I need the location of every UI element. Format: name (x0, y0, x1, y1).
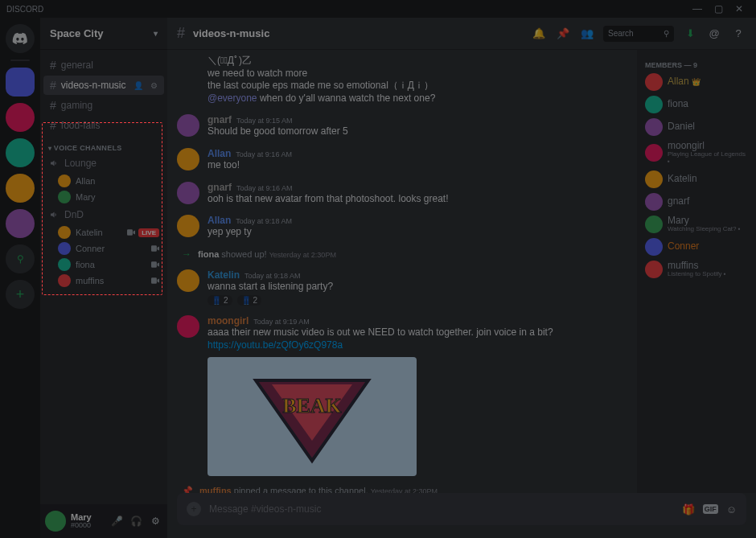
channel-label: videos-n-music (61, 80, 126, 91)
member-list-icon[interactable]: 👥 (579, 27, 595, 39)
headphones-icon[interactable]: 🎧 (129, 515, 143, 527)
channel-label: general (61, 60, 93, 71)
user-avatar[interactable] (45, 511, 66, 532)
voice-member[interactable]: fiona (43, 257, 164, 273)
voice-member[interactable]: muffins (43, 273, 164, 289)
avatar[interactable] (177, 215, 199, 237)
reaction[interactable]: 👖2 (237, 295, 262, 306)
member-item[interactable]: Daniel (642, 116, 751, 138)
avatar[interactable] (177, 182, 199, 204)
message-author[interactable]: Allan (207, 148, 231, 159)
guild-item[interactable] (6, 209, 35, 238)
settings-icon[interactable]: ⚙ (148, 515, 162, 527)
message-text: aaaa their new music video is out we NEE… (207, 326, 627, 339)
guild-rail: ⚲ + (0, 18, 40, 538)
video-embed[interactable]: BEAK▶ (207, 357, 417, 476)
hash-icon: # (50, 119, 56, 132)
member-item[interactable]: muffinsListening to Spotify ▪ (642, 258, 751, 281)
member-item[interactable]: Conner (642, 236, 751, 258)
message-input[interactable]: + Message #videos-n-music 🎁 GIF ☺ (177, 493, 746, 525)
channel-videos-n-music[interactable]: #videos-n-music👤⚙ (43, 76, 164, 95)
voice-member[interactable]: Conner (43, 240, 164, 257)
guild-item[interactable] (6, 68, 35, 97)
message-author[interactable]: gnarf (207, 114, 232, 125)
emoji-icon[interactable]: ☺ (726, 503, 737, 515)
avatar (58, 175, 71, 187)
avatar[interactable] (177, 114, 199, 137)
channel-title: videos-n-music (193, 27, 269, 39)
message-author[interactable]: Katelin (207, 269, 240, 281)
channel-food-fails[interactable]: #food-fails (43, 116, 164, 135)
message-author[interactable]: moongirl (207, 315, 249, 326)
member-item[interactable]: moongirlPlaying League of Legends ▪ (642, 138, 751, 168)
message-author[interactable]: gnarf (207, 182, 232, 193)
message: AllanToday at 9:16 AMme too! (177, 143, 627, 177)
attach-button[interactable]: + (187, 502, 201, 516)
member-item[interactable]: fiona (642, 93, 751, 116)
notifications-icon[interactable]: 🔔 (531, 27, 547, 39)
search-input[interactable]: Search ⚲ (603, 26, 674, 42)
avatar[interactable] (177, 148, 199, 170)
svg-text:BEAK: BEAK (282, 394, 342, 417)
message: gnarfToday at 9:15 AMShould be good tomo… (177, 109, 627, 143)
server-header[interactable]: Space City ▾ (40, 18, 167, 50)
mention[interactable]: @everyone (207, 92, 257, 104)
gift-icon[interactable]: 🎁 (682, 503, 695, 515)
inbox-icon[interactable]: ⬇ (682, 27, 698, 39)
member-name: muffins (668, 261, 726, 271)
member-name: Allan 👑 (668, 76, 701, 87)
member-name: fiona (668, 99, 688, 109)
help-icon[interactable]: ? (730, 27, 746, 39)
message: gnarfToday at 9:16 AMooh is that new ava… (177, 177, 627, 211)
channel-gaming[interactable]: #gaming (43, 96, 164, 115)
voice-member[interactable]: Mary (43, 189, 164, 205)
sidebar: Space City ▾ #general#videos-n-music👤⚙#g… (40, 18, 167, 538)
pinned-icon[interactable]: 📌 (555, 27, 571, 39)
mentions-icon[interactable]: @ (706, 27, 722, 39)
guild-item[interactable] (6, 103, 35, 132)
home-button[interactable] (6, 24, 35, 53)
channel-general[interactable]: #general (43, 55, 164, 75)
avatar (645, 216, 663, 233)
explore-button[interactable]: ⚲ (6, 244, 35, 273)
message: moongirlToday at 9:19 AMaaaa their new m… (177, 310, 627, 480)
message-text: me too! (207, 159, 627, 172)
member-item[interactable]: Katelin (642, 168, 751, 191)
gif-icon[interactable]: GIF (703, 504, 718, 514)
guild-item[interactable] (6, 174, 35, 203)
window-close[interactable]: ✕ (729, 3, 750, 14)
invite-icon[interactable]: 👤 (134, 81, 143, 90)
avatar[interactable] (177, 315, 199, 338)
server-name: Space City (50, 27, 103, 39)
window-maximize[interactable]: ▢ (708, 3, 729, 14)
member-name: Katelin (668, 174, 697, 184)
add-server-button[interactable]: + (6, 280, 35, 309)
message-author[interactable]: Allan (207, 215, 231, 226)
message-text: Should be good tomorrow after 5 (207, 125, 627, 138)
voice-channel-Lounge[interactable]: Lounge (43, 154, 164, 172)
search-placeholder: Search (608, 29, 634, 38)
member-item[interactable]: gnarf (642, 191, 751, 213)
live-badge: LIVE (138, 228, 159, 237)
settings-icon[interactable]: ⚙ (150, 81, 158, 90)
member-item[interactable]: Allan 👑 (642, 71, 751, 93)
member-item[interactable]: MaryWatching Sleeping Cat? ▪ (642, 213, 751, 236)
voice-channels-category[interactable]: VOICE CHANNELS (43, 136, 164, 154)
titlebar: DISCORD — ▢ ✕ (0, 0, 756, 18)
guild-separator (10, 60, 30, 61)
voice-channel-DnD[interactable]: DnD (43, 206, 164, 224)
mic-icon[interactable]: 🎤 (109, 515, 124, 527)
channel-list: #general#videos-n-music👤⚙#gaming#food-fa… (40, 50, 167, 504)
window-minimize[interactable]: — (687, 3, 708, 14)
channel-header: # videos-n-music 🔔 📌 👥 Search ⚲ ⬇ @ ? (167, 18, 756, 50)
reactions: 👖2👖2 (207, 295, 627, 306)
message-timestamp: Today at 9:18 AM (244, 272, 301, 280)
link[interactable]: https://youtu.be/zQfOy6zQ978a (207, 339, 343, 351)
voice-member[interactable]: KatelinLIVE (43, 224, 164, 240)
reaction[interactable]: 👖2 (207, 295, 232, 306)
user-panel: Mary #0000 🎤 🎧 ⚙ (40, 504, 167, 538)
avatar[interactable] (177, 269, 199, 292)
guild-item[interactable] (6, 138, 35, 167)
voice-member[interactable]: Allan (43, 173, 164, 189)
discord-logo-icon (12, 31, 28, 47)
